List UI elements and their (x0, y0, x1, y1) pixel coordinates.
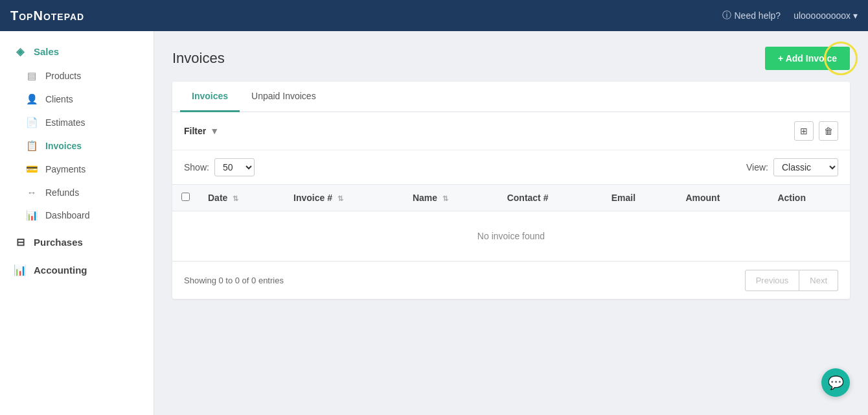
payments-icon: 💳 (26, 163, 38, 175)
no-data-row: No invoice found (172, 211, 850, 261)
show-select[interactable]: 10 25 50 100 (214, 158, 255, 176)
sidebar-item-payments[interactable]: 💳 Payments (0, 158, 154, 181)
sidebar-section-accounting: 📊 Accounting (0, 257, 154, 283)
tab-unpaid-invoices[interactable]: Unpaid Invoices (240, 82, 328, 112)
sidebar-item-dashboard[interactable]: 📊 Dashboard (0, 204, 154, 227)
sidebar-section-purchases: ⊟ Purchases (0, 230, 154, 255)
dashboard-icon: 📊 (26, 209, 38, 221)
estimates-icon: 📄 (26, 117, 38, 128)
previous-button[interactable]: Previous (745, 270, 800, 291)
view-label: View: Classic Modern (746, 158, 838, 176)
invoice-sort-icon: ⇅ (337, 195, 343, 203)
filter-row: Filter ▼ ⊞ 🗑 (172, 112, 850, 150)
invoice-table-wrapper: Date ⇅ Invoice # ⇅ Name ⇅ (172, 184, 850, 261)
app-logo: TopNotepad (10, 8, 84, 23)
th-date[interactable]: Date ⇅ (199, 185, 284, 211)
sidebar-purchases-title[interactable]: ⊟ Purchases (0, 230, 154, 255)
next-button[interactable]: Next (799, 270, 838, 291)
invoices-card: Invoices Unpaid Invoices Filter ▼ ⊞ � (172, 82, 850, 299)
topnav: TopNotepad ⓘ Need help? ulooooooooox ▾ (0, 0, 868, 31)
add-invoice-button[interactable]: + Add Invoice (765, 47, 850, 70)
sidebar-item-estimates[interactable]: 📄 Estimates (0, 111, 154, 134)
clients-icon: 👤 (26, 93, 38, 105)
filter-icon: ▼ (210, 126, 219, 136)
th-name[interactable]: Name ⇅ (404, 185, 498, 211)
tabs-container: Invoices Unpaid Invoices (172, 82, 850, 112)
filter-label: Filter ▼ (184, 126, 219, 136)
sales-icon: ◈ (13, 45, 27, 58)
csv-icon: ⊞ (800, 126, 808, 136)
trash-icon: 🗑 (824, 126, 833, 136)
add-invoice-wrapper: + Add Invoice (765, 47, 850, 70)
products-icon: ▤ (26, 70, 38, 82)
th-contact: Contact # (498, 185, 602, 211)
content-header: Invoices + Add Invoice (172, 47, 850, 70)
invoices-icon: 📋 (26, 140, 38, 152)
sidebar-item-clients[interactable]: 👤 Clients (0, 88, 154, 111)
tab-invoices[interactable]: Invoices (180, 82, 240, 112)
filter-actions: ⊞ 🗑 (794, 121, 838, 141)
purchases-icon: ⊟ (13, 236, 27, 248)
delete-button[interactable]: 🗑 (819, 121, 838, 141)
main-content: Invoices + Add Invoice Invoices Unpaid I… (154, 31, 868, 415)
help-icon: ⓘ (722, 10, 731, 21)
user-menu[interactable]: ulooooooooox ▾ (794, 10, 858, 21)
sidebar-sales-title[interactable]: ◈ Sales (0, 39, 154, 64)
th-checkbox (172, 185, 199, 211)
sidebar-item-refunds[interactable]: ↔ Refunds (0, 181, 154, 204)
pagination-buttons: Previous Next (745, 270, 838, 291)
topnav-right: ⓘ Need help? ulooooooooox ▾ (722, 10, 858, 21)
th-email: Email (602, 185, 677, 211)
sidebar-accounting-title[interactable]: 📊 Accounting (0, 257, 154, 283)
th-invoice-num[interactable]: Invoice # ⇅ (284, 185, 404, 211)
chat-icon: 💬 (828, 375, 844, 390)
th-amount: Amount (676, 185, 768, 211)
entries-info: Showing 0 to 0 of 0 entries (184, 276, 284, 285)
sidebar-item-products[interactable]: ▤ Products (0, 64, 154, 88)
chat-fab-button[interactable]: 💬 (821, 368, 850, 397)
invoice-table: Date ⇅ Invoice # ⇅ Name ⇅ (172, 184, 850, 261)
view-select[interactable]: Classic Modern (773, 158, 838, 176)
name-sort-icon: ⇅ (442, 195, 448, 203)
date-sort-icon: ⇅ (233, 195, 238, 203)
th-action: Action (768, 185, 850, 211)
select-all-checkbox[interactable] (181, 193, 190, 201)
export-csv-button[interactable]: ⊞ (794, 121, 814, 141)
show-view-row: Show: 10 25 50 100 View: Classic Modern (172, 150, 850, 184)
pagination-row: Showing 0 to 0 of 0 entries Previous Nex… (172, 261, 850, 299)
help-link[interactable]: ⓘ Need help? (722, 10, 781, 21)
sidebar-item-invoices[interactable]: 📋 Invoices (0, 134, 154, 158)
refunds-icon: ↔ (26, 187, 38, 198)
sidebar: ◈ Sales ▤ Products 👤 Clients 📄 Estimates… (0, 31, 154, 415)
show-label: Show: 10 25 50 100 (184, 158, 255, 176)
page-title: Invoices (172, 50, 225, 67)
sidebar-section-sales: ◈ Sales ▤ Products 👤 Clients 📄 Estimates… (0, 39, 154, 227)
accounting-icon: 📊 (13, 264, 27, 276)
